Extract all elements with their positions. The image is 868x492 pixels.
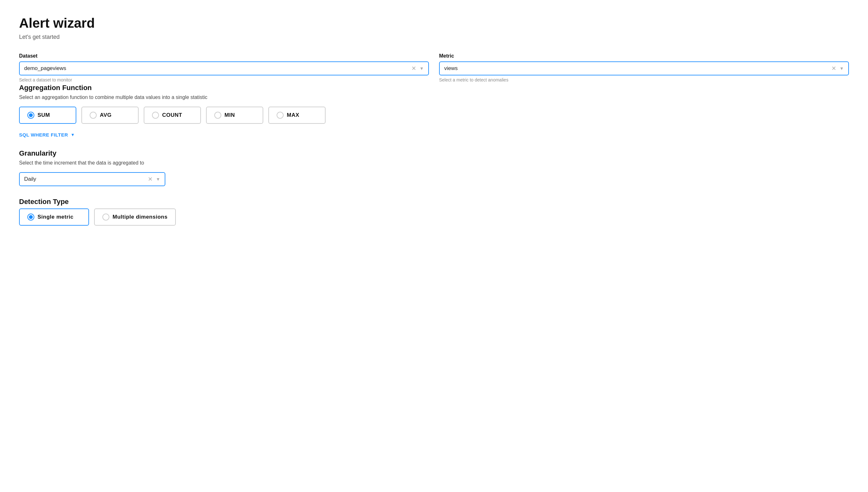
dataset-field-group: Dataset demo_pageviews ✕ ▼ Select a data…	[19, 53, 429, 82]
metric-caret-icon[interactable]: ▼	[839, 66, 844, 71]
metric-value: views	[444, 65, 832, 72]
dataset-hint: Select a dataset to monitor	[19, 77, 429, 82]
metric-select-icons: ✕ ▼	[832, 66, 844, 71]
page-title: Alert wizard	[19, 15, 849, 31]
aggregation-dot-sum	[29, 113, 33, 117]
metric-field-group: Metric views ✕ ▼ Select a metric to dete…	[439, 53, 849, 82]
detection-option-single[interactable]: Single metric	[19, 208, 89, 226]
aggregation-description: Select an aggregation function to combin…	[19, 95, 849, 100]
aggregation-section: Aggregation Function Select an aggregati…	[19, 84, 849, 124]
page-subtitle: Let's get started	[19, 34, 849, 41]
detection-type-title: Detection Type	[19, 198, 849, 206]
aggregation-radio-group: SUM AVG COUNT MIN MAX	[19, 106, 849, 124]
granularity-value: Daily	[24, 176, 148, 182]
dataset-clear-icon[interactable]: ✕	[412, 66, 416, 71]
detection-option-multiple[interactable]: Multiple dimensions	[94, 208, 176, 226]
aggregation-label-min: MIN	[225, 112, 235, 118]
aggregation-option-sum[interactable]: SUM	[19, 106, 76, 124]
sql-filter-caret-icon: ▼	[71, 132, 75, 137]
detection-label-multiple: Multiple dimensions	[112, 214, 167, 220]
aggregation-title: Aggregation Function	[19, 84, 849, 92]
detection-radio-single	[27, 214, 34, 221]
metric-clear-icon[interactable]: ✕	[832, 66, 836, 71]
detection-label-single: Single metric	[37, 214, 74, 220]
granularity-select-icons: ✕ ▼	[148, 176, 160, 182]
dataset-value: demo_pageviews	[24, 65, 412, 72]
detection-radio-multiple	[102, 214, 109, 221]
dataset-select-icons: ✕ ▼	[412, 66, 424, 71]
aggregation-option-min[interactable]: MIN	[206, 106, 263, 124]
detection-dot-single	[29, 215, 33, 219]
detection-type-section: Detection Type Single metric Multiple di…	[19, 198, 849, 226]
aggregation-radio-avg	[90, 112, 97, 119]
metric-label: Metric	[439, 53, 849, 59]
granularity-caret-icon[interactable]: ▼	[156, 177, 160, 182]
detection-radio-group: Single metric Multiple dimensions	[19, 208, 849, 226]
granularity-description: Select the time increment that the data …	[19, 160, 849, 166]
aggregation-radio-min	[214, 112, 221, 119]
aggregation-option-count[interactable]: COUNT	[144, 106, 201, 124]
sql-filter-section: SQL WHERE FILTER ▼	[19, 132, 849, 138]
aggregation-option-avg[interactable]: AVG	[81, 106, 139, 124]
aggregation-radio-count	[152, 112, 159, 119]
granularity-title: Granularity	[19, 149, 849, 157]
aggregation-option-max[interactable]: MAX	[268, 106, 325, 124]
granularity-select[interactable]: Daily ✕ ▼	[19, 172, 165, 186]
metric-select[interactable]: views ✕ ▼	[439, 62, 849, 75]
sql-filter-toggle[interactable]: SQL WHERE FILTER ▼	[19, 132, 75, 138]
metric-hint: Select a metric to detect anomalies	[439, 77, 849, 82]
aggregation-radio-max	[277, 112, 284, 119]
sql-filter-label: SQL WHERE FILTER	[19, 132, 68, 138]
dataset-select[interactable]: demo_pageviews ✕ ▼	[19, 62, 429, 75]
aggregation-radio-sum	[27, 112, 34, 119]
dataset-caret-icon[interactable]: ▼	[419, 66, 424, 71]
aggregation-label-avg: AVG	[100, 112, 112, 118]
granularity-section: Granularity Select the time increment th…	[19, 149, 849, 186]
aggregation-label-count: COUNT	[162, 112, 182, 118]
dataset-label: Dataset	[19, 53, 429, 59]
aggregation-label-max: MAX	[287, 112, 299, 118]
dataset-metric-row: Dataset demo_pageviews ✕ ▼ Select a data…	[19, 53, 849, 82]
granularity-clear-icon[interactable]: ✕	[148, 176, 153, 182]
aggregation-label-sum: SUM	[37, 112, 50, 118]
